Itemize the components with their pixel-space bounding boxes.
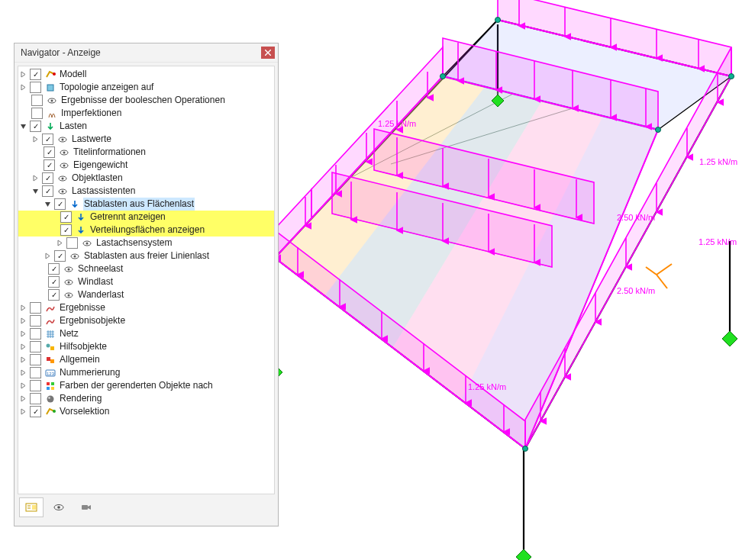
- tree-item-lasten[interactable]: Lasten: [18, 120, 274, 133]
- mesh-icon: [44, 329, 56, 340]
- tree-item-rendering[interactable]: Rendering: [18, 392, 274, 405]
- tree-item-lastachsensystem[interactable]: Lastachsensystem: [18, 237, 274, 249]
- footer-tab-views[interactable]: [47, 497, 71, 517]
- checkbox[interactable]: [42, 172, 53, 184]
- footer-tab-camera[interactable]: [74, 497, 98, 517]
- checkbox[interactable]: [30, 367, 41, 378]
- footer-tab-navigator[interactable]: [19, 497, 44, 517]
- tree-item-windlast[interactable]: Windlast: [18, 275, 274, 288]
- checkbox[interactable]: [44, 159, 55, 171]
- expand-icon[interactable]: [19, 70, 27, 79]
- checkbox[interactable]: [48, 289, 60, 301]
- expand-icon[interactable]: [19, 343, 27, 351]
- checkbox[interactable]: [31, 95, 43, 106]
- load-arrow-icon: [75, 225, 87, 236]
- close-button[interactable]: [261, 47, 275, 59]
- load-label: 1.25 kN/m: [699, 157, 737, 166]
- svg-point-92: [63, 151, 66, 153]
- tree-item-hilfsobjekte[interactable]: Hilfsobjekte: [18, 340, 274, 353]
- svg-point-76: [440, 74, 446, 79]
- tree-item-verteilungsflaechen[interactable]: Verteilungsflächen anzeigen: [18, 224, 274, 237]
- svg-point-90: [62, 138, 64, 140]
- tree-item-ergebnisse[interactable]: Ergebnisse: [18, 301, 274, 314]
- tree-item-imperfektionen[interactable]: Imperfektionen: [18, 107, 274, 120]
- tree-item-stablasten-linienlast[interactable]: Stablasten aus freier Linienlast: [18, 249, 274, 262]
- checkbox[interactable]: [31, 108, 43, 119]
- tree-item-allgemein[interactable]: Allgemein: [18, 353, 274, 366]
- expand-icon[interactable]: [19, 369, 27, 377]
- checkbox[interactable]: [44, 146, 55, 158]
- tree-item-modell[interactable]: Modell: [18, 68, 274, 81]
- collapse-icon[interactable]: [19, 122, 27, 130]
- svg-line-80: [646, 267, 657, 275]
- collapse-icon[interactable]: [44, 200, 52, 208]
- tree-item-vorselektion[interactable]: Vorselektion: [18, 405, 274, 418]
- expand-icon[interactable]: [19, 356, 27, 364]
- svg-point-125: [57, 506, 60, 509]
- expand-icon[interactable]: [19, 304, 27, 312]
- expand-icon[interactable]: [31, 174, 40, 182]
- svg-rect-118: [51, 387, 54, 390]
- panel-title: Navigator - Anzeige: [21, 43, 101, 62]
- expand-icon[interactable]: [19, 381, 27, 390]
- checkbox[interactable]: [30, 328, 41, 340]
- svg-line-78: [657, 264, 672, 275]
- collapse-icon[interactable]: [31, 187, 40, 195]
- checkbox[interactable]: [60, 224, 72, 236]
- checkbox[interactable]: [30, 315, 41, 327]
- checkbox[interactable]: [30, 341, 41, 352]
- expand-icon[interactable]: [19, 407, 27, 416]
- expand-icon[interactable]: [56, 239, 64, 247]
- expand-icon[interactable]: [31, 135, 40, 143]
- tree-item-objektlasten[interactable]: Objektlasten: [18, 172, 274, 185]
- tree-item-stablasten-flaechenlast[interactable]: Stablasten aus Flächenlast: [18, 198, 274, 211]
- svg-point-100: [86, 242, 89, 244]
- expand-icon[interactable]: [19, 83, 27, 92]
- tree-item-titelinfo[interactable]: Titelinformationen: [18, 146, 274, 159]
- tree-item-farben[interactable]: Farben der gerenderten Objekte nach: [18, 379, 274, 392]
- tree-item-schneelast[interactable]: Schneelast: [18, 262, 274, 275]
- tree-item-nummerierung[interactable]: 123 Nummerierung: [18, 366, 274, 379]
- tree-item-eigengewicht[interactable]: Eigengewicht: [18, 159, 274, 172]
- tree-item-lastwerte[interactable]: Lastwerte: [18, 133, 274, 146]
- checkbox[interactable]: [66, 237, 78, 249]
- checkbox[interactable]: [30, 380, 41, 391]
- tree-item-getrennt-anzeigen[interactable]: Getrennt anzeigen: [18, 211, 274, 224]
- checkbox[interactable]: [54, 198, 66, 210]
- checkbox[interactable]: [30, 121, 41, 132]
- checkbox[interactable]: [60, 211, 72, 223]
- checkbox[interactable]: [30, 302, 41, 314]
- expand-icon[interactable]: [19, 394, 27, 403]
- panel-titlebar[interactable]: Navigator - Anzeige: [15, 43, 278, 63]
- checkbox[interactable]: [54, 250, 66, 262]
- checkbox[interactable]: [48, 263, 60, 275]
- svg-point-77: [656, 127, 661, 133]
- checkbox[interactable]: [30, 69, 41, 80]
- tree-item-ergebnisobjekte[interactable]: Ergebnisobjekte: [18, 314, 274, 327]
- tree-item-boolesche[interactable]: Ergebnisse der booleschen Operationen: [18, 94, 274, 107]
- checkbox[interactable]: [30, 393, 41, 404]
- tree-item-netz[interactable]: Netz: [18, 327, 274, 340]
- svg-rect-116: [51, 382, 54, 385]
- display-tree[interactable]: Modell Topologie anzeigen auf Ergebnisse…: [18, 66, 275, 494]
- expand-icon[interactable]: [44, 252, 52, 260]
- checkbox[interactable]: [42, 134, 53, 145]
- checkbox[interactable]: [30, 354, 41, 365]
- tree-item-wanderlast[interactable]: Wanderlast: [18, 288, 274, 301]
- tree-item-topologie[interactable]: Topologie anzeigen auf: [18, 81, 274, 94]
- results-icon: [44, 316, 56, 327]
- load-label: 2.50 kN/m: [617, 213, 655, 222]
- model-viewport[interactable]: 1.25 kN/m 1.25 kN/m 2.50 kN/m 1.25 kN/m …: [275, 0, 755, 560]
- expand-icon[interactable]: [19, 317, 27, 325]
- checkbox[interactable]: [42, 185, 53, 197]
- eye-icon: [46, 95, 58, 106]
- checkbox[interactable]: [30, 406, 41, 417]
- checkbox[interactable]: [30, 82, 41, 93]
- tree-item-lastassistenten[interactable]: Lastassistenten: [18, 185, 274, 198]
- checkbox[interactable]: [48, 276, 60, 288]
- svg-rect-112: [50, 359, 54, 363]
- colors-icon: [44, 381, 56, 391]
- load-label: 1.25 kN/m: [699, 237, 737, 246]
- svg-point-119: [47, 395, 54, 402]
- expand-icon[interactable]: [19, 330, 27, 338]
